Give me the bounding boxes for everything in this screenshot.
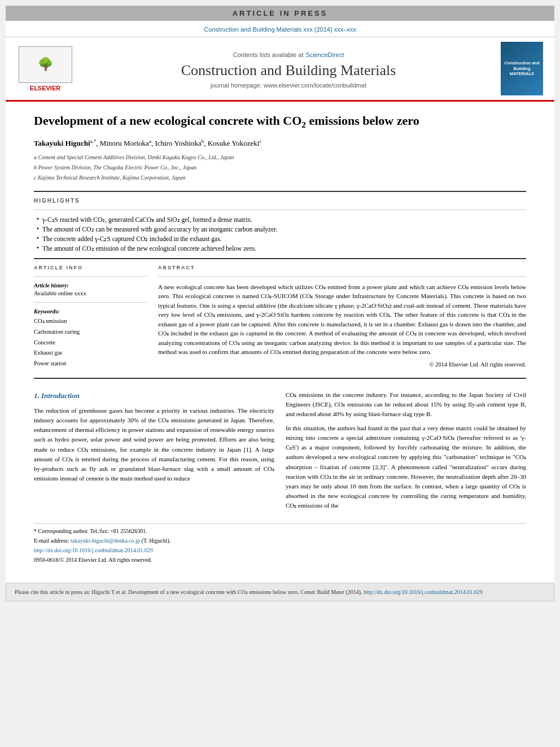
footnote-doi: http://dx.doi.org/10.1016/j.conbuildmat.… bbox=[34, 547, 526, 554]
journal-header-right: Construction and Building MATERIALS bbox=[501, 42, 546, 95]
section-divider-3 bbox=[34, 378, 526, 379]
footnotes: * Corresponding author. Tel./fax: +81 25… bbox=[34, 523, 526, 564]
article-info-label: ARTICLE INFO bbox=[34, 265, 147, 270]
doi-link[interactable]: http://dx.doi.org/10.1016/j.conbuildmat.… bbox=[34, 547, 153, 553]
abstract-hr bbox=[158, 276, 526, 277]
affiliation-b: b Power System Division, The Chugoku Ele… bbox=[34, 163, 526, 172]
journal-cover-image: Construction and Building MATERIALS bbox=[501, 42, 543, 95]
contents-label: Contents lists available at bbox=[233, 51, 304, 58]
sciencedirect-link[interactable]: ScienceDirect bbox=[305, 51, 344, 58]
elsevier-tree-icon: 🌳 bbox=[19, 46, 72, 83]
keyword-5: Power station bbox=[34, 359, 147, 369]
highlights-label: HIGHLIGHTS bbox=[34, 198, 526, 204]
title-part1: Development of a new ecological concrete… bbox=[34, 113, 301, 128]
article-available: Available online xxxx bbox=[34, 290, 147, 296]
article-info-column: ARTICLE INFO Article history: Available … bbox=[34, 265, 147, 369]
page: ARTICLE IN PRESS Construction and Buildi… bbox=[6, 6, 554, 601]
email-label: E-mail address: bbox=[34, 538, 69, 544]
highlight-item-4: The amount of CO₂ emission of the new ec… bbox=[37, 244, 526, 252]
email-address[interactable]: takayuki-higuchi@denka.co.jp bbox=[71, 538, 140, 544]
introduction-heading: 1. Introduction bbox=[34, 390, 274, 401]
highlight-item-2: The amount of CO₂ can be measured with g… bbox=[37, 225, 526, 233]
journal-ref: Construction and Building Materials xxx … bbox=[204, 26, 356, 33]
intro-para3: In this situation, the authors had found… bbox=[286, 423, 526, 510]
contents-line: Contents lists available at ScienceDirec… bbox=[82, 49, 495, 59]
affiliations: a Cement and Special Cement Additives Di… bbox=[34, 153, 526, 182]
intro-para1: The reduction of greenhouse gases has be… bbox=[34, 406, 274, 483]
authors-line: Takayuki Higuchia,*, Minoru Moriokaa, Ic… bbox=[34, 138, 526, 148]
highlights-list: γ-C₂S reacted with CO₂, generated CaCO₃ … bbox=[34, 216, 526, 252]
affiliation-c: c Kajima Technical Research Institute, K… bbox=[34, 173, 526, 182]
article-history-label: Article history: bbox=[34, 282, 147, 289]
copyright: © 2014 Elsevier Ltd. All rights reserved… bbox=[158, 361, 526, 368]
abstract-section: ABSTRACT A new ecological concrete has b… bbox=[158, 265, 526, 369]
abstract-text: A new ecological concrete has been devel… bbox=[158, 282, 526, 357]
journal-ref-line: Construction and Building Materials xxx … bbox=[6, 21, 554, 37]
keywords-list: CO₂ emission Carbonation curing Concrete… bbox=[34, 316, 147, 369]
banner-text: ARTICLE IN PRESS bbox=[233, 9, 328, 18]
right-column: CO₂ emissions in the concrete industry. … bbox=[286, 390, 526, 515]
info-hr bbox=[34, 276, 147, 277]
title-part2: emissions below zero bbox=[306, 113, 419, 128]
journal-header: 🌳 ELSEVIER Contents lists available at S… bbox=[6, 37, 554, 102]
author1-sup: a,* bbox=[90, 138, 97, 144]
footnote-issn: 0950-0618/© 2014 Elsevier Ltd. All right… bbox=[34, 556, 526, 564]
journal-name: Construction and Building Materials bbox=[82, 62, 495, 79]
email-suffix: (T. Higuchi). bbox=[142, 538, 171, 544]
section-divider-2 bbox=[34, 258, 526, 259]
author4: , Kosuke Yokozeki bbox=[204, 139, 259, 148]
highlights-section: HIGHLIGHTS γ-C₂S reacted with CO₂, gener… bbox=[34, 198, 526, 252]
journal-header-center: Contents lists available at ScienceDirec… bbox=[76, 49, 501, 89]
keyword-2: Carbonation curing bbox=[34, 327, 147, 338]
cite-text: Please cite this article in press as: Hi… bbox=[15, 589, 362, 595]
author3: , Ichiro Yoshioka bbox=[151, 139, 202, 148]
left-column: 1. Introduction The reduction of greenho… bbox=[34, 390, 274, 515]
author2: , Minoru Morioka bbox=[96, 139, 149, 148]
affiliation-a: a Cement and Special Cement Additives Di… bbox=[34, 153, 526, 162]
highlights-hr bbox=[34, 209, 526, 210]
author4-sup: c bbox=[259, 138, 261, 144]
footnote-corresponding: * Corresponding author. Tel./fax: +81 25… bbox=[34, 527, 526, 535]
footnote-email: E-mail address: takayuki-higuchi@denka.c… bbox=[34, 537, 526, 545]
journal-header-left: 🌳 ELSEVIER bbox=[14, 46, 76, 91]
author1-name: Takayuki Higuchi bbox=[34, 139, 90, 148]
intro-para2: CO₂ emissions in the concrete industry. … bbox=[286, 390, 526, 419]
elsevier-logo: 🌳 ELSEVIER bbox=[14, 46, 76, 91]
keyword-3: Concrete bbox=[34, 338, 147, 348]
body-content: 1. Introduction The reduction of greenho… bbox=[34, 390, 526, 515]
cite-link[interactable]: http://dx.doi.org/10.1016/j.conbuildmat.… bbox=[364, 589, 483, 595]
article-in-press-banner: ARTICLE IN PRESS bbox=[6, 6, 554, 21]
highlight-item-3: The concrete added γ-C₂S captured CO₂ in… bbox=[37, 235, 526, 243]
section-divider-1 bbox=[34, 191, 526, 192]
title-sub: 2 bbox=[301, 120, 306, 129]
keyword-4: Exhaust gas bbox=[34, 348, 147, 359]
highlight-item-1: γ-C₂S reacted with CO₂, generated CaCO₃ … bbox=[37, 216, 526, 224]
bottom-citation-bar: Please cite this article in press as: Hi… bbox=[6, 583, 554, 601]
abstract-label: ABSTRACT bbox=[158, 265, 526, 270]
keyword-1: CO₂ emission bbox=[34, 316, 147, 327]
info-abstract-section: ARTICLE INFO Article history: Available … bbox=[34, 265, 526, 369]
keywords-label: Keywords: bbox=[34, 308, 147, 314]
main-content: Development of a new ecological concrete… bbox=[6, 102, 554, 577]
info-hr-2 bbox=[34, 302, 147, 303]
elsevier-text: ELSEVIER bbox=[30, 85, 60, 91]
journal-homepage: journal homepage: www.elsevier.com/locat… bbox=[82, 82, 495, 89]
article-title: Development of a new ecological concrete… bbox=[34, 113, 526, 130]
